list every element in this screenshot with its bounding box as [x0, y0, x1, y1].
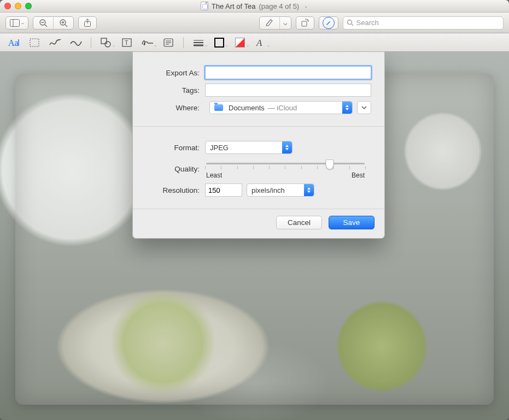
window-title-page: (page 4 of 5)	[259, 2, 299, 10]
resolution-unit-value: pixels/inch	[251, 186, 285, 194]
select-stepper-icon	[282, 141, 292, 153]
minimize-window-button[interactable]	[15, 3, 21, 9]
resolution-label: Resolution:	[146, 186, 205, 194]
chevron-down-icon: ⌵	[154, 43, 156, 48]
sign-tool[interactable]: ⌵	[138, 36, 157, 50]
preview-window: The Art of Tea (page 4 of 5) ⌄ ⌵	[0, 0, 509, 420]
window-controls	[4, 3, 32, 9]
search-icon	[347, 19, 354, 26]
chevron-down-icon: ⌵	[267, 43, 270, 48]
smooth-squiggle-icon	[70, 38, 82, 47]
sheet-footer: Cancel Save	[133, 209, 384, 238]
zoom-window-button[interactable]	[25, 3, 32, 9]
quality-slider-thumb[interactable]	[326, 159, 334, 169]
main-toolbar: ⌵ ⌵	[0, 13, 509, 33]
tags-label: Tags:	[146, 86, 205, 94]
export-sheet: Export As: Tags: Where: Documents — iClo…	[132, 52, 385, 239]
text-style-tool[interactable]: A ⌵	[251, 36, 270, 50]
markup-toolbar: Aa ⌵ T ⌵ ⌵ ⌵	[0, 33, 509, 52]
marquee-icon	[30, 38, 39, 47]
note-icon	[163, 38, 173, 47]
folder-icon	[214, 104, 223, 111]
format-select[interactable]: JPEG	[205, 141, 292, 154]
text-tool[interactable]: T	[118, 36, 136, 50]
cancel-button[interactable]: Cancel	[276, 216, 322, 229]
zoom-group	[33, 16, 74, 29]
chevron-down-icon: ⌵	[113, 43, 115, 48]
resolution-unit-select[interactable]: pixels/inch	[247, 184, 314, 197]
share-button[interactable]	[78, 16, 97, 29]
quality-slider[interactable]	[206, 163, 365, 164]
text-box-icon: T	[122, 38, 132, 47]
sidebar-toggle-button[interactable]: ⌵	[5, 16, 28, 29]
where-location-suffix: — iCloud	[268, 104, 297, 112]
line-weight-tool[interactable]: ⌵	[189, 36, 208, 50]
save-button[interactable]: Save	[329, 216, 375, 229]
quality-label: Quality:	[146, 165, 205, 173]
search-field[interactable]: Search	[343, 16, 504, 29]
zoom-in-button[interactable]	[53, 17, 73, 29]
search-placeholder: Search	[356, 19, 379, 27]
zoom-out-button[interactable]	[33, 17, 53, 29]
document-area: Export As: Tags: Where: Documents — iClo…	[0, 52, 509, 420]
where-select[interactable]: Documents — iCloud	[209, 101, 353, 114]
sketch-tool[interactable]	[46, 36, 65, 50]
format-label: Format:	[146, 144, 205, 152]
highlighter-icon	[265, 19, 274, 27]
rotate-left-icon	[301, 19, 309, 27]
svg-rect-17	[101, 38, 107, 44]
zoom-out-icon	[39, 19, 48, 27]
note-tool[interactable]	[159, 36, 178, 50]
svg-text:T: T	[125, 39, 128, 46]
window-title: The Art of Tea (page 4 of 5) ⌄	[0, 2, 509, 10]
highlight-menu-button[interactable]: ⌵	[279, 17, 291, 29]
svg-line-3	[45, 25, 47, 27]
chevron-down-icon: ⌵	[226, 43, 228, 48]
chevron-down-icon: ⌵	[21, 20, 24, 25]
window-title-text: The Art of Tea	[212, 2, 256, 10]
tags-field[interactable]	[205, 84, 371, 97]
rotate-button[interactable]	[296, 16, 314, 29]
rect-selection-tool[interactable]	[25, 36, 44, 50]
squiggle-icon	[49, 38, 61, 47]
border-swatch-icon	[214, 38, 224, 48]
where-folder: Documents	[229, 104, 265, 112]
export-as-label: Export As:	[146, 69, 205, 77]
svg-point-18	[105, 42, 110, 47]
chevron-down-icon: ⌵	[247, 43, 249, 48]
sidebar-icon	[10, 19, 20, 27]
border-color-tool[interactable]: ⌵	[210, 36, 229, 50]
toolbar-separator	[91, 37, 91, 48]
text-a-icon: Aa	[8, 38, 20, 48]
shapes-tool[interactable]: ⌵	[97, 36, 115, 50]
titlebar: The Art of Tea (page 4 of 5) ⌄	[0, 0, 509, 13]
quality-least-label: Least	[206, 171, 222, 179]
line-weight-icon	[193, 39, 204, 46]
resolution-field[interactable]	[205, 184, 242, 197]
fill-color-tool[interactable]: ⌵	[231, 36, 249, 50]
select-stepper-icon	[342, 102, 352, 114]
export-as-field[interactable]	[205, 66, 371, 79]
text-selection-tool[interactable]: Aa	[4, 36, 23, 50]
svg-rect-0	[10, 19, 20, 26]
svg-rect-16	[30, 39, 39, 46]
toolbar-separator	[183, 37, 184, 48]
slider-ticks	[205, 166, 366, 169]
document-icon	[201, 2, 208, 10]
text-style-icon: A	[256, 38, 266, 48]
svg-text:Aa: Aa	[8, 38, 19, 48]
draw-tool[interactable]	[67, 36, 85, 50]
close-window-button[interactable]	[4, 3, 11, 9]
highlight-group: ⌵	[259, 16, 291, 29]
quality-best-label: Best	[352, 171, 365, 179]
svg-line-6	[65, 25, 67, 27]
svg-text:A: A	[256, 38, 262, 48]
fill-swatch-icon	[235, 38, 245, 48]
expand-where-button[interactable]	[357, 101, 371, 114]
chevron-down-icon: ⌵	[205, 43, 207, 48]
where-label: Where:	[146, 104, 205, 112]
markup-button[interactable]	[319, 16, 338, 29]
shapes-icon	[101, 38, 112, 48]
title-menu-caret-icon: ⌄	[304, 3, 308, 9]
highlight-button[interactable]	[260, 17, 279, 29]
